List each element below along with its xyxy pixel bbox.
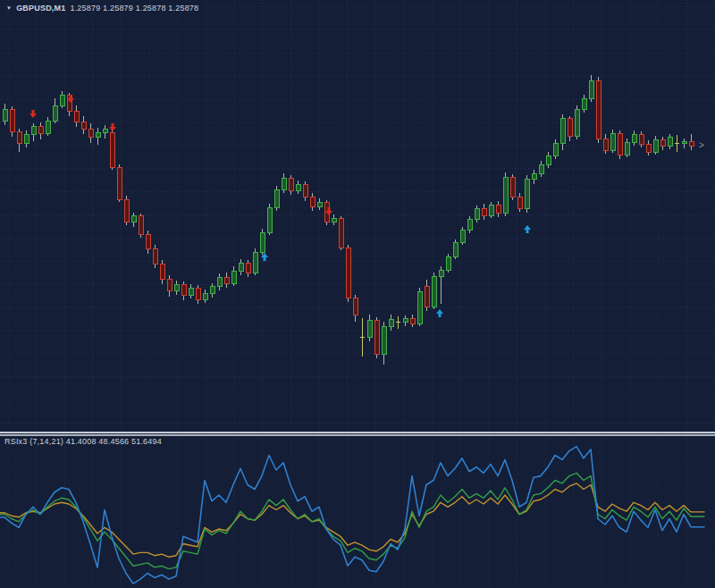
candle[interactable] (653, 136, 658, 155)
candle[interactable] (553, 139, 558, 159)
candle[interactable] (675, 135, 679, 152)
candle[interactable] (603, 134, 608, 154)
candle[interactable] (274, 186, 279, 211)
buy-arrow-icon[interactable] (436, 309, 443, 317)
candle[interactable] (439, 266, 443, 304)
candle[interactable] (517, 193, 522, 212)
candle[interactable] (575, 105, 579, 139)
candle[interactable] (203, 290, 207, 303)
candle[interactable] (489, 202, 493, 218)
buy-arrow-icon[interactable] (524, 225, 531, 233)
candle[interactable] (60, 91, 64, 108)
candle[interactable] (46, 117, 50, 136)
candle[interactable] (260, 229, 265, 255)
sell-arrow-icon[interactable] (29, 110, 37, 118)
candle[interactable] (96, 128, 100, 145)
candle[interactable] (103, 125, 107, 139)
rsi-chart-canvas[interactable] (0, 436, 715, 588)
candle[interactable] (38, 122, 43, 139)
candle[interactable] (532, 170, 536, 184)
candle[interactable] (231, 266, 236, 286)
candle[interactable] (282, 173, 286, 193)
candle[interactable] (596, 77, 601, 143)
candle[interactable] (246, 260, 250, 277)
candle[interactable] (568, 116, 572, 141)
candle[interactable] (53, 98, 57, 123)
candle[interactable] (382, 322, 386, 365)
candle[interactable] (460, 227, 465, 245)
candle[interactable] (353, 295, 358, 322)
candle[interactable] (17, 129, 21, 152)
candle[interactable] (632, 130, 636, 146)
candle[interactable] (410, 315, 415, 327)
candle[interactable] (74, 105, 79, 127)
candle[interactable] (360, 318, 365, 357)
candle[interactable] (110, 130, 114, 170)
candle[interactable] (117, 164, 122, 202)
symbol-dropdown-icon[interactable]: ▼ (6, 4, 12, 13)
candle[interactable] (389, 315, 393, 331)
candle[interactable] (610, 130, 615, 153)
candle[interactable] (267, 204, 272, 235)
candle[interactable] (196, 285, 200, 304)
candle[interactable] (689, 134, 694, 150)
candle[interactable] (124, 196, 129, 225)
candle[interactable] (396, 316, 400, 329)
candle[interactable] (160, 260, 164, 284)
candle[interactable] (446, 254, 450, 273)
sell-arrow-icon[interactable] (109, 123, 116, 131)
candle[interactable] (432, 273, 436, 309)
candle[interactable] (425, 280, 429, 311)
candle[interactable] (139, 214, 143, 238)
grid-lines (8, 436, 715, 588)
chart-window: ▼ GBPUSD,M1 1.25879 1.25879 1.25878 1.25… (0, 0, 715, 588)
candle[interactable] (346, 245, 350, 302)
candle[interactable] (503, 172, 508, 216)
candle[interactable] (475, 206, 479, 223)
candle[interactable] (482, 204, 486, 220)
candle[interactable] (81, 116, 86, 134)
candle[interactable] (560, 114, 565, 150)
candle[interactable] (10, 106, 14, 137)
candle[interactable] (253, 248, 257, 275)
candle[interactable] (146, 231, 150, 254)
candle[interactable] (453, 239, 458, 259)
candle[interactable] (167, 275, 172, 297)
candle[interactable] (660, 137, 665, 150)
candle[interactable] (646, 140, 651, 155)
candle[interactable] (668, 134, 672, 149)
candle[interactable] (374, 317, 379, 358)
candle[interactable] (539, 161, 543, 177)
candle[interactable] (217, 273, 222, 290)
candle[interactable] (417, 288, 422, 326)
candle[interactable] (88, 123, 93, 143)
candle[interactable] (317, 198, 322, 210)
candle[interactable] (582, 95, 586, 113)
candle[interactable] (210, 283, 214, 298)
candle[interactable] (525, 175, 529, 213)
candle[interactable] (467, 216, 472, 233)
rsi-indicator-label: RSIx3 (7,14,21) 41.4008 48.4566 51.6494 (4, 437, 162, 446)
candle[interactable] (189, 284, 193, 298)
candle[interactable] (303, 181, 307, 201)
candle[interactable] (367, 315, 372, 341)
candle[interactable] (24, 130, 29, 147)
candle[interactable] (310, 193, 315, 211)
candle[interactable] (546, 152, 551, 168)
candle[interactable] (181, 281, 186, 300)
candle[interactable] (332, 214, 336, 225)
candle[interactable] (682, 139, 686, 148)
candle[interactable] (589, 75, 593, 102)
rsi-line-RSI(14)[interactable] (0, 473, 704, 568)
candle[interactable] (639, 131, 644, 147)
candle[interactable] (153, 245, 157, 268)
grid-lines (0, 0, 715, 432)
candle[interactable] (339, 216, 343, 250)
candle[interactable] (296, 181, 300, 194)
candle[interactable] (224, 273, 229, 288)
price-chart-canvas[interactable] (0, 0, 715, 432)
candle[interactable] (618, 130, 622, 159)
candle[interactable] (510, 174, 515, 200)
candle[interactable] (625, 139, 629, 157)
candle[interactable] (31, 123, 36, 141)
